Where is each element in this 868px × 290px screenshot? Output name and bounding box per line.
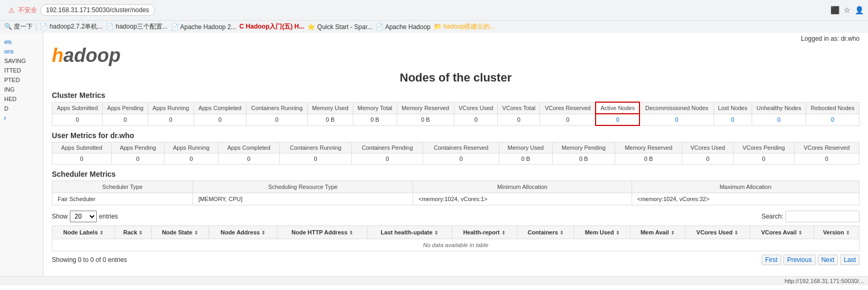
- user-metrics-th-11: VCores Pending: [733, 142, 794, 153]
- entries-label: entries: [99, 213, 118, 220]
- nodes-th-7[interactable]: Containers ⇕: [517, 226, 574, 239]
- bookmarks-bar: 🔍 度一下 📄 hadoop2.7.2单机... 📄 hadoop三个配置...…: [0, 20, 868, 33]
- user-metrics-td-2: 0: [165, 153, 218, 165]
- user-metrics-th-8: Memory Pending: [552, 142, 615, 153]
- user-metrics-th-2: Apps Running: [165, 142, 218, 153]
- next-button[interactable]: Next: [818, 255, 838, 265]
- nodes-th-3[interactable]: Node Address ⇕: [209, 226, 278, 239]
- search-box: Search:: [762, 211, 860, 222]
- sidebar-item-els[interactable]: els: [0, 37, 43, 47]
- bookmark-hadoop-config[interactable]: 📄 hadoop三个配置...: [106, 22, 167, 31]
- sidebar-item-ons[interactable]: ons: [0, 47, 43, 56]
- nodes-th-6[interactable]: Health-report ⇕: [452, 226, 517, 239]
- user-metrics-th-3: Apps Completed: [218, 142, 279, 153]
- cluster-metrics-th-14: Unhealthy Nodes: [752, 102, 806, 114]
- user-metrics-header-row: Apps SubmittedApps PendingApps RunningAp…: [52, 142, 860, 153]
- nodes-th-8[interactable]: Mem Used ⇕: [574, 226, 630, 239]
- cluster-metrics-table: Apps SubmittedApps PendingApps RunningAp…: [52, 102, 860, 126]
- url-bar[interactable]: 192.168.31.171:50030/cluster/nodes: [40, 4, 155, 16]
- previous-button[interactable]: Previous: [783, 255, 816, 265]
- nodes-th-0[interactable]: Node Labels ⇕: [52, 226, 115, 239]
- cluster-metrics-th-1: Apps Pending: [103, 102, 148, 114]
- cluster-metrics-td-11[interactable]: 0: [596, 114, 639, 125]
- page-title: Nodes of the cluster: [52, 71, 860, 85]
- status-url: http://192.168.31.171:50030/...: [784, 278, 864, 284]
- entries-select[interactable]: 20 10 25 50 100: [70, 211, 97, 222]
- app-wrapper: els ons SAVING ITTED PTED ING HED D r Lo…: [0, 33, 868, 276]
- cluster-metrics-td-13[interactable]: 0: [714, 114, 752, 125]
- bookmark-quick-start[interactable]: ⭐ Quick Start - Spar...: [307, 23, 372, 31]
- scheduler-value-row: Fair Scheduler[MEMORY, CPU]<memory:1024,…: [52, 193, 860, 205]
- nodes-th-4[interactable]: Node HTTP Address ⇕: [278, 226, 368, 239]
- sched-th-1: Scheduling Resource Type: [193, 181, 413, 193]
- user-metrics-th-12: VCores Reserved: [794, 142, 859, 153]
- user-metrics-td-3: 0: [218, 153, 279, 165]
- cluster-metrics-td-14[interactable]: 0: [752, 114, 806, 125]
- address-bar: ⚠ 不安全 192.168.31.171:50030/cluster/nodes: [4, 2, 159, 18]
- cluster-metrics-td-4: 0: [246, 114, 307, 125]
- sidebar-item-d: D: [0, 104, 43, 113]
- nodes-th-5[interactable]: Last health-update ⇕: [367, 226, 452, 239]
- cluster-metrics-td-3: 0: [194, 114, 246, 125]
- scheduler-metrics-header: Scheduler Metrics: [52, 170, 860, 178]
- table-footer: Showing 0 to 0 of 0 entries First Previo…: [52, 255, 860, 265]
- user-metrics-td-10: 0: [682, 153, 734, 165]
- cluster-metrics-th-5: Memory Used: [307, 102, 353, 114]
- cluster-metrics-td-12[interactable]: 0: [639, 114, 714, 125]
- user-metrics-th-1: Apps Pending: [111, 142, 165, 153]
- cluster-metrics-td-15[interactable]: 0: [806, 114, 860, 125]
- first-button[interactable]: First: [762, 255, 781, 265]
- sidebar-item-ing: ING: [0, 85, 43, 94]
- cluster-metrics-td-10: 0: [540, 114, 596, 125]
- sched-td-3: <memory:1024, vCores:32>: [632, 193, 859, 205]
- user-metrics-td-5: 0: [352, 153, 423, 165]
- bookmark-hadoop-build[interactable]: 📁 hadoop搭建出的...: [434, 22, 495, 31]
- cluster-metrics-th-2: Apps Running: [148, 102, 194, 114]
- nodes-th-11[interactable]: VCores Avail ⇕: [750, 226, 814, 239]
- cluster-metrics-th-12: Decommissioned Nodes: [639, 102, 714, 114]
- bookmark-hadoop-intro[interactable]: C Hadoop入门(五) H...: [240, 22, 305, 31]
- user-metrics-td-6: 0: [423, 153, 499, 165]
- logged-in-label: Logged in as: dr.who: [52, 33, 860, 44]
- logo-h-letter: h: [52, 44, 63, 67]
- user-metrics-th-9: Memory Reserved: [615, 142, 682, 153]
- sidebar-item-hed: HED: [0, 94, 43, 104]
- cluster-metrics-th-0: Apps Submitted: [52, 102, 103, 114]
- search-input[interactable]: [785, 211, 860, 222]
- user-metrics-th-4: Containers Running: [280, 142, 352, 153]
- sidebar-item-r[interactable]: r: [0, 113, 43, 123]
- sched-td-1: [MEMORY, CPU]: [193, 193, 413, 205]
- user-metrics-td-9: 0 B: [615, 153, 682, 165]
- sidebar-item-itted: ITTED: [0, 66, 43, 75]
- nodes-th-2[interactable]: Node State ⇕: [151, 226, 209, 239]
- nodes-table: Node Labels ⇕Rack ⇕Node State ⇕Node Addr…: [52, 225, 860, 251]
- nodes-th-12[interactable]: Version ⇕: [814, 226, 859, 239]
- bookmark-hadoop-single[interactable]: 📄 hadoop2.7.2单机...: [40, 22, 103, 31]
- cluster-metrics-td-8: 0: [454, 114, 498, 125]
- bookmark-icon[interactable]: ☆: [844, 6, 851, 14]
- nodes-th-1[interactable]: Rack ⇕: [115, 226, 151, 239]
- browser-action-icons: ⬛ ☆ 👤: [830, 6, 864, 14]
- last-button[interactable]: Last: [840, 255, 860, 265]
- bookmark-apache-hadoop2[interactable]: 📄 Apache Hadoop 2...: [171, 23, 236, 31]
- cluster-metrics-td-7: 0 B: [397, 114, 454, 125]
- cluster-metrics-td-2: 0: [148, 114, 194, 125]
- user-metrics-td-11: 0: [733, 153, 794, 165]
- cast-icon[interactable]: ⬛: [830, 6, 839, 14]
- cluster-metrics-th-15: Rebooted Nodes: [806, 102, 860, 114]
- hadoop-logo: h adoop: [52, 44, 121, 67]
- bookmark-item[interactable]: 🔍 度一下: [4, 22, 33, 31]
- nodes-th-9[interactable]: Mem Avail ⇕: [630, 226, 685, 239]
- nodes-th-10[interactable]: VCores Used ⇕: [685, 226, 750, 239]
- cluster-metrics-th-7: Memory Reserved: [397, 102, 454, 114]
- sidebar-item-saving: SAVING: [0, 56, 43, 66]
- profile-icon[interactable]: 👤: [855, 6, 864, 14]
- cluster-metrics-th-13: Lost Nodes: [714, 102, 752, 114]
- cluster-metrics-th-10: VCores Reserved: [540, 102, 596, 114]
- bookmark-apache[interactable]: 📄 Apache Hadoop: [376, 23, 431, 31]
- cluster-metrics-td-9: 0: [498, 114, 540, 125]
- cluster-metrics-td-1: 0: [103, 114, 148, 125]
- cluster-metrics-header-row: Apps SubmittedApps PendingApps RunningAp…: [52, 102, 860, 114]
- cluster-metrics-td-5: 0 B: [307, 114, 353, 125]
- browser-top-bar: ⚠ 不安全 192.168.31.171:50030/cluster/nodes…: [0, 0, 868, 20]
